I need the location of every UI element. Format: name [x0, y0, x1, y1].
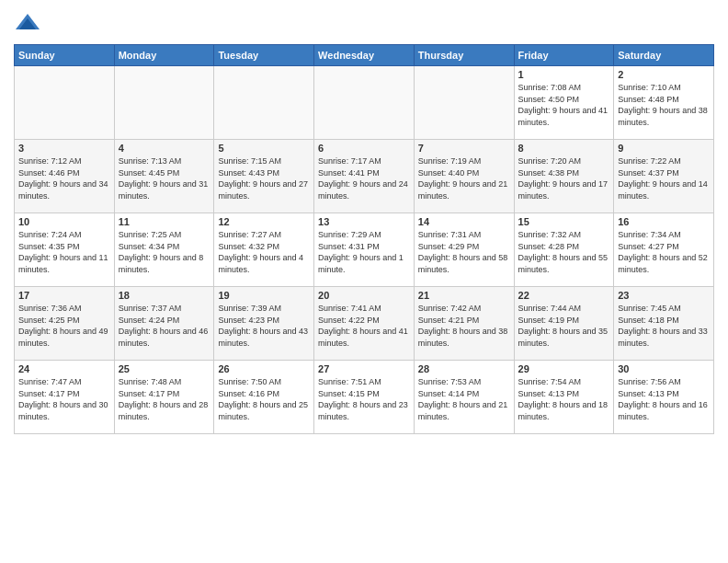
day-number: 25: [119, 363, 210, 374]
day-number: 13: [318, 216, 410, 227]
weekday-header-sunday: Sunday: [15, 45, 115, 66]
weekday-header-saturday: Saturday: [614, 45, 714, 66]
day-number: 2: [618, 69, 710, 80]
day-number: 12: [218, 216, 310, 227]
day-number: 30: [618, 363, 710, 374]
calendar-cell: 1Sunrise: 7:08 AM Sunset: 4:50 PM Daylig…: [514, 66, 614, 140]
day-number: 11: [119, 216, 210, 227]
calendar-cell: 22Sunrise: 7:44 AM Sunset: 4:19 PM Dayli…: [514, 287, 614, 361]
day-info: Sunrise: 7:51 AM Sunset: 4:15 PM Dayligh…: [318, 376, 410, 422]
day-info: Sunrise: 7:10 AM Sunset: 4:48 PM Dayligh…: [618, 82, 710, 128]
day-info: Sunrise: 7:56 AM Sunset: 4:13 PM Dayligh…: [618, 376, 710, 422]
weekday-header-thursday: Thursday: [414, 45, 514, 66]
day-info: Sunrise: 7:20 AM Sunset: 4:38 PM Dayligh…: [518, 155, 610, 201]
calendar-cell: 9Sunrise: 7:22 AM Sunset: 4:37 PM Daylig…: [614, 140, 714, 213]
day-info: Sunrise: 7:24 AM Sunset: 4:35 PM Dayligh…: [18, 229, 110, 275]
weekday-header-wednesday: Wednesday: [314, 45, 415, 66]
calendar-cell: 29Sunrise: 7:54 AM Sunset: 4:13 PM Dayli…: [514, 361, 614, 434]
day-number: 10: [18, 216, 110, 227]
calendar-cell: 7Sunrise: 7:19 AM Sunset: 4:40 PM Daylig…: [414, 140, 514, 213]
calendar-cell: 21Sunrise: 7:42 AM Sunset: 4:21 PM Dayli…: [414, 287, 514, 361]
weekday-header-tuesday: Tuesday: [214, 45, 314, 66]
day-info: Sunrise: 7:50 AM Sunset: 4:16 PM Dayligh…: [218, 376, 310, 422]
calendar-cell: 19Sunrise: 7:39 AM Sunset: 4:23 PM Dayli…: [214, 287, 314, 361]
day-number: 23: [618, 290, 710, 301]
calendar-cell: [314, 66, 415, 140]
logo-icon: [14, 9, 41, 37]
day-number: 21: [418, 290, 510, 301]
day-info: Sunrise: 7:41 AM Sunset: 4:22 PM Dayligh…: [318, 303, 410, 349]
calendar-cell: 24Sunrise: 7:47 AM Sunset: 4:17 PM Dayli…: [15, 361, 115, 434]
calendar-cell: 30Sunrise: 7:56 AM Sunset: 4:13 PM Dayli…: [614, 361, 714, 434]
day-info: Sunrise: 7:17 AM Sunset: 4:41 PM Dayligh…: [318, 155, 410, 201]
calendar-cell: 27Sunrise: 7:51 AM Sunset: 4:15 PM Dayli…: [314, 361, 415, 434]
calendar-cell: [414, 66, 514, 140]
day-number: 8: [518, 143, 610, 154]
day-number: 22: [518, 290, 610, 301]
day-number: 28: [418, 363, 510, 374]
calendar-cell: 3Sunrise: 7:12 AM Sunset: 4:46 PM Daylig…: [15, 140, 115, 213]
day-info: Sunrise: 7:37 AM Sunset: 4:24 PM Dayligh…: [119, 303, 210, 349]
calendar-cell: [214, 66, 314, 140]
day-info: Sunrise: 7:27 AM Sunset: 4:32 PM Dayligh…: [218, 229, 310, 275]
calendar-cell: 6Sunrise: 7:17 AM Sunset: 4:41 PM Daylig…: [314, 140, 415, 213]
day-number: 18: [119, 290, 210, 301]
day-number: 24: [18, 363, 110, 374]
weekday-header-friday: Friday: [514, 45, 614, 66]
day-number: 6: [318, 143, 410, 154]
day-number: 27: [318, 363, 410, 374]
day-number: 14: [418, 216, 510, 227]
day-number: 26: [218, 363, 310, 374]
calendar-cell: 23Sunrise: 7:45 AM Sunset: 4:18 PM Dayli…: [614, 287, 714, 361]
day-info: Sunrise: 7:13 AM Sunset: 4:45 PM Dayligh…: [119, 155, 210, 201]
day-number: 9: [618, 143, 710, 154]
calendar-week-4: 17Sunrise: 7:36 AM Sunset: 4:25 PM Dayli…: [15, 287, 714, 361]
calendar-week-3: 10Sunrise: 7:24 AM Sunset: 4:35 PM Dayli…: [15, 213, 714, 287]
calendar-cell: [114, 66, 214, 140]
calendar-cell: 8Sunrise: 7:20 AM Sunset: 4:38 PM Daylig…: [514, 140, 614, 213]
calendar: SundayMondayTuesdayWednesdayThursdayFrid…: [14, 44, 714, 434]
day-info: Sunrise: 7:12 AM Sunset: 4:46 PM Dayligh…: [18, 155, 110, 201]
calendar-cell: 18Sunrise: 7:37 AM Sunset: 4:24 PM Dayli…: [114, 287, 214, 361]
day-number: 1: [518, 69, 610, 80]
day-info: Sunrise: 7:31 AM Sunset: 4:29 PM Dayligh…: [418, 229, 510, 275]
day-number: 4: [119, 143, 210, 154]
weekday-header-monday: Monday: [114, 45, 214, 66]
calendar-cell: 14Sunrise: 7:31 AM Sunset: 4:29 PM Dayli…: [414, 213, 514, 287]
day-number: 15: [518, 216, 610, 227]
calendar-cell: [15, 66, 115, 140]
day-number: 3: [18, 143, 110, 154]
calendar-cell: 11Sunrise: 7:25 AM Sunset: 4:34 PM Dayli…: [114, 213, 214, 287]
calendar-cell: 25Sunrise: 7:48 AM Sunset: 4:17 PM Dayli…: [114, 361, 214, 434]
calendar-cell: 2Sunrise: 7:10 AM Sunset: 4:48 PM Daylig…: [614, 66, 714, 140]
day-info: Sunrise: 7:39 AM Sunset: 4:23 PM Dayligh…: [218, 303, 310, 349]
day-info: Sunrise: 7:42 AM Sunset: 4:21 PM Dayligh…: [418, 303, 510, 349]
header: [14, 9, 714, 37]
day-info: Sunrise: 7:22 AM Sunset: 4:37 PM Dayligh…: [618, 155, 710, 201]
day-number: 17: [18, 290, 110, 301]
calendar-cell: 15Sunrise: 7:32 AM Sunset: 4:28 PM Dayli…: [514, 213, 614, 287]
calendar-week-5: 24Sunrise: 7:47 AM Sunset: 4:17 PM Dayli…: [15, 361, 714, 434]
calendar-cell: 17Sunrise: 7:36 AM Sunset: 4:25 PM Dayli…: [15, 287, 115, 361]
calendar-cell: 10Sunrise: 7:24 AM Sunset: 4:35 PM Dayli…: [15, 213, 115, 287]
calendar-cell: 12Sunrise: 7:27 AM Sunset: 4:32 PM Dayli…: [214, 213, 314, 287]
day-number: 20: [318, 290, 410, 301]
logo: [14, 9, 45, 37]
day-info: Sunrise: 7:19 AM Sunset: 4:40 PM Dayligh…: [418, 155, 510, 201]
calendar-cell: 4Sunrise: 7:13 AM Sunset: 4:45 PM Daylig…: [114, 140, 214, 213]
day-info: Sunrise: 7:45 AM Sunset: 4:18 PM Dayligh…: [618, 303, 710, 349]
day-info: Sunrise: 7:29 AM Sunset: 4:31 PM Dayligh…: [318, 229, 410, 275]
day-info: Sunrise: 7:34 AM Sunset: 4:27 PM Dayligh…: [618, 229, 710, 275]
page: SundayMondayTuesdayWednesdayThursdayFrid…: [0, 0, 728, 563]
calendar-cell: 5Sunrise: 7:15 AM Sunset: 4:43 PM Daylig…: [214, 140, 314, 213]
day-info: Sunrise: 7:36 AM Sunset: 4:25 PM Dayligh…: [18, 303, 110, 349]
day-number: 16: [618, 216, 710, 227]
calendar-cell: 20Sunrise: 7:41 AM Sunset: 4:22 PM Dayli…: [314, 287, 415, 361]
day-info: Sunrise: 7:44 AM Sunset: 4:19 PM Dayligh…: [518, 303, 610, 349]
day-number: 29: [518, 363, 610, 374]
day-info: Sunrise: 7:08 AM Sunset: 4:50 PM Dayligh…: [518, 82, 610, 128]
day-info: Sunrise: 7:15 AM Sunset: 4:43 PM Dayligh…: [218, 155, 310, 201]
day-info: Sunrise: 7:48 AM Sunset: 4:17 PM Dayligh…: [119, 376, 210, 422]
day-number: 19: [218, 290, 310, 301]
day-info: Sunrise: 7:53 AM Sunset: 4:14 PM Dayligh…: [418, 376, 510, 422]
